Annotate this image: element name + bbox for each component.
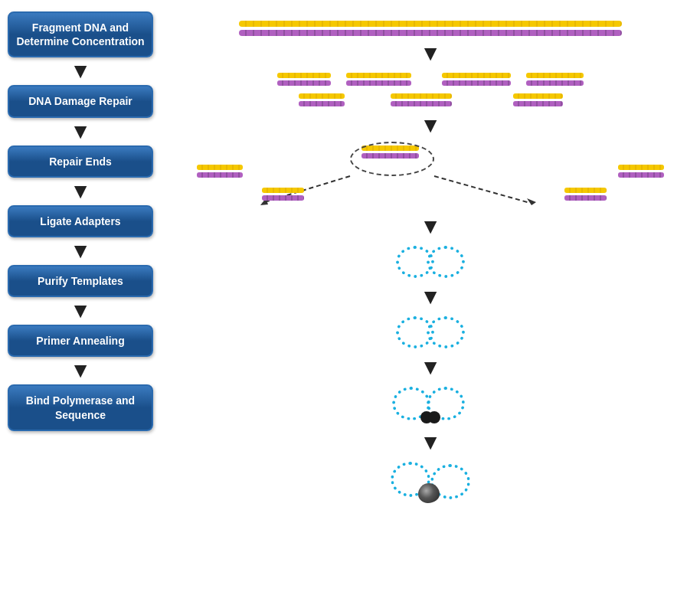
- arrow-2: ▼: [70, 121, 91, 142]
- arrow-3: ▼: [70, 181, 91, 202]
- steps-column: Fragment DNA and Determine Concentration…: [4, 8, 157, 587]
- step2-diagram: [193, 68, 668, 111]
- step-7-label: Bind Polymerase and Sequence: [26, 394, 135, 420]
- step-3-label: Repair Ends: [49, 155, 112, 168]
- step6-diagram: [392, 382, 469, 428]
- step-7-box: Bind Polymerase and Sequence: [8, 384, 153, 430]
- step-1-label: Fragment DNA and Determine Concentration: [16, 21, 144, 47]
- diag-arrow-1: ▼: [420, 41, 441, 66]
- diag-arrow-2: ▼: [420, 113, 441, 138]
- diagrams-column: ▼: [157, 8, 692, 587]
- arrow-1: ▼: [70, 60, 91, 82]
- arrow-6: ▼: [70, 360, 91, 381]
- step1-diagram: [168, 11, 692, 39]
- step-3-box: Repair Ends: [8, 145, 153, 178]
- step-2-box: DNA Damage Repair: [8, 85, 153, 117]
- diag-arrow-5: ▼: [420, 355, 441, 380]
- arrow-5: ▼: [70, 300, 91, 322]
- step-4-box: Ligate Adapters: [8, 205, 153, 237]
- step4-diagram: [396, 241, 465, 283]
- diag-arrow-3: ▼: [420, 214, 441, 239]
- svg-line-1: [434, 176, 530, 203]
- diag-arrow-6: ▼: [420, 430, 441, 455]
- step7-diagram: [391, 457, 470, 506]
- arrow-4: ▼: [70, 240, 91, 262]
- svg-marker-3: [527, 198, 536, 205]
- diag-arrow-4: ▼: [420, 285, 441, 309]
- step-6-box: Primer Annealing: [8, 325, 153, 357]
- step-2-label: DNA Damage Repair: [28, 95, 132, 107]
- step-4-label: Ligate Adapters: [40, 215, 120, 227]
- step3-diagram: [193, 142, 668, 211]
- step-6-label: Primer Annealing: [36, 335, 124, 347]
- step-5-box: Purify Templates: [8, 265, 153, 297]
- step5-diagram: [396, 312, 465, 353]
- main-container: Fragment DNA and Determine Concentration…: [0, 0, 700, 595]
- step-1-box: Fragment DNA and Determine Concentration: [8, 11, 153, 57]
- step-5-label: Purify Templates: [38, 275, 123, 287]
